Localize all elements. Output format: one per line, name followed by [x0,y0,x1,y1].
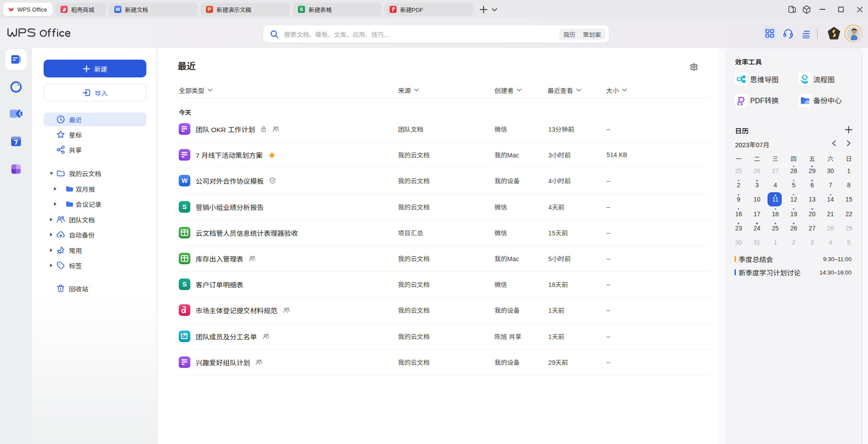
svg-text:W: W [181,178,188,185]
svg-text:S: S [182,203,187,210]
svg-text:S: S [182,281,187,288]
